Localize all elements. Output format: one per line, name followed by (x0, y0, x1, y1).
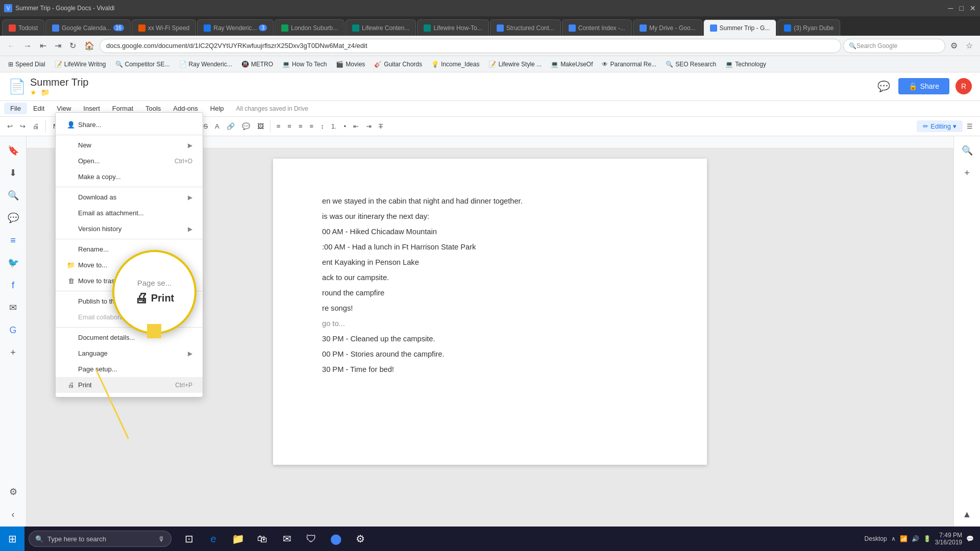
ul-btn[interactable]: • (340, 120, 349, 132)
tab-todoist[interactable]: Todoist (2, 19, 44, 36)
bookmark-technology[interactable]: 💻 Technology (721, 59, 770, 69)
tab-gcal[interactable]: Google Calenda... 16 (45, 19, 131, 36)
taskbar-chrome[interactable]: ⬤ (325, 528, 347, 550)
extensions-btn[interactable]: ⚙ (947, 39, 961, 53)
align-justify-btn[interactable]: ≡ (307, 120, 317, 132)
sidebar-bookmark-icon[interactable]: 🔖 (3, 140, 23, 161)
back-button[interactable]: ← (4, 39, 18, 53)
indent-more-btn[interactable]: ⇥ (363, 120, 375, 132)
redo-btn[interactable]: ↪ (17, 120, 29, 132)
bookmark-paranormal[interactable]: 👁 Paranormal Re... (598, 59, 660, 69)
tab-summer-trip[interactable]: Summer Trip - G... (703, 19, 777, 36)
comments-button[interactable]: 💬 (875, 78, 892, 94)
menu-language[interactable]: Language ▶ (56, 345, 203, 361)
reload-button[interactable]: ↻ (66, 39, 79, 53)
menu-edit[interactable]: Edit (27, 103, 51, 114)
bookmark-income[interactable]: 💡 Income_Ideas (427, 59, 483, 69)
forward-button[interactable]: → (20, 39, 35, 53)
taskbar-store[interactable]: 🛍 (251, 528, 274, 550)
menu-version[interactable]: Version history ▶ (56, 221, 203, 237)
tab-content-index[interactable]: Content Index -... (562, 19, 632, 36)
taskbar-search[interactable]: 🔍 Type here to search 🎙 (29, 531, 172, 547)
notification-icon[interactable]: 💬 (966, 535, 974, 542)
comment-btn[interactable]: 💬 (239, 120, 253, 132)
sidebar-collapse-icon[interactable]: ‹ (3, 504, 23, 524)
link-btn[interactable]: 🔗 (224, 120, 238, 132)
search-box[interactable]: 🔍 Search Google (843, 39, 945, 53)
sidebar-facebook-icon[interactable]: f (3, 275, 23, 295)
taskbar-taskview[interactable]: ⊡ (178, 528, 200, 550)
folder-icon[interactable]: 📁 (41, 88, 50, 96)
image-btn[interactable]: 🖼 (254, 120, 267, 132)
bookmark-btn[interactable]: ☆ (963, 39, 976, 53)
menu-file[interactable]: File (4, 103, 27, 114)
close-btn[interactable]: ✕ (970, 4, 976, 12)
sidebar-google-icon[interactable]: G (3, 320, 23, 340)
tab-lifewire2[interactable]: Lifewire How-To... (417, 19, 488, 36)
sidebar-add-icon[interactable]: + (3, 342, 23, 363)
tab-lifewire1[interactable]: Lifewire Conten... (346, 19, 416, 36)
taskbar-clock[interactable]: 7:49 PM 3/16/2019 (935, 532, 962, 546)
right-sidebar-addons-icon[interactable]: + (957, 163, 977, 183)
tab-london[interactable]: London Suburb... (275, 19, 345, 36)
menu-pagesetup[interactable]: Page setup... (56, 361, 203, 377)
home-button[interactable]: 🏠 (81, 39, 97, 53)
sidebar-settings-icon[interactable]: ⚙ (3, 482, 23, 502)
taskbar-edge[interactable]: e (202, 528, 225, 550)
bookmark-ray[interactable]: 📄 Ray Wenderic... (175, 59, 236, 69)
bookmark-competitor[interactable]: 🔍 Competitor SE... (111, 59, 174, 69)
menu-print[interactable]: 🖨 Print Ctrl+P (56, 377, 203, 393)
minimize-btn[interactable]: ─ (948, 4, 953, 12)
align-right-btn[interactable]: ≡ (296, 120, 306, 132)
taskbar-explorer[interactable]: 📁 (227, 528, 249, 550)
bookmark-guitarchords[interactable]: 🎸 Guitar Chords (370, 59, 426, 69)
line-spacing-btn[interactable]: ↕ (317, 120, 327, 132)
taskbar-network-icon[interactable]: 📶 (900, 535, 908, 542)
document-title[interactable]: Summer Trip (30, 77, 875, 88)
tab-facebook[interactable]: Ray Wenderic... 3 (197, 19, 274, 36)
document-page[interactable]: en we stayed in the cabin that night and… (273, 159, 707, 465)
tab-drive[interactable]: My Drive - Goo... (633, 19, 702, 36)
tab-structured[interactable]: Structured Cont... (490, 19, 561, 36)
nav-first[interactable]: ⇤ (37, 39, 50, 53)
menu-email[interactable]: Email as attachment... (56, 205, 203, 221)
align-center-btn[interactable]: ≡ (284, 120, 295, 132)
clear-format-btn[interactable]: T̶ (376, 120, 386, 132)
share-button[interactable]: 🔒 Share (898, 78, 949, 94)
maximize-btn[interactable]: □ (960, 4, 964, 12)
sidebar-download-icon[interactable]: ⬇ (3, 163, 23, 183)
tab-ryan[interactable]: (3) Ryan Dube (777, 19, 840, 36)
undo-btn[interactable]: ↩ (4, 120, 16, 132)
highlight-btn[interactable]: A (212, 120, 223, 132)
address-bar[interactable]: docs.google.com/document/d/1IC2Q2VYtUYRK… (100, 39, 841, 53)
tab-wifi[interactable]: xx Wi-Fi Speed (132, 19, 196, 36)
print-toolbar-btn[interactable]: 🖨 (30, 120, 42, 132)
taskbar-volume-icon[interactable]: 🔊 (912, 535, 919, 542)
sidebar-twitter-icon[interactable]: 🐦 (3, 253, 23, 273)
start-button[interactable]: ⊞ (0, 527, 24, 551)
align-left-btn[interactable]: ≡ (274, 120, 284, 132)
sidebar-search-icon[interactable]: 🔍 (3, 185, 23, 206)
sidebar-mail-icon[interactable]: ✉ (3, 297, 23, 318)
taskbar-battery-icon[interactable]: 🔋 (923, 535, 931, 542)
indent-less-btn[interactable]: ⇤ (350, 120, 362, 132)
menu-share[interactable]: 👤 Share... (56, 117, 203, 133)
bookmark-speeddial[interactable]: ⊞ Speed Dial (4, 59, 50, 69)
right-sidebar-up-icon[interactable]: ▲ (957, 504, 977, 524)
nav-last[interactable]: ⇥ (52, 39, 64, 53)
bookmark-howtotech[interactable]: 💻 How To Tech (278, 59, 331, 69)
user-avatar[interactable]: R (955, 78, 972, 94)
sidebar-toggle-btn[interactable]: ☰ (964, 120, 976, 132)
bookmark-lifewirewriting[interactable]: 📝 LifeWire Writng (51, 59, 110, 69)
menu-open[interactable]: Open... Ctrl+O (56, 153, 203, 169)
window-controls[interactable]: ─ □ ✕ (948, 4, 976, 12)
sidebar-nav-icon[interactable]: ≡ (3, 230, 23, 251)
right-sidebar-explore-icon[interactable]: 🔍 (957, 140, 977, 161)
ol-btn[interactable]: 1. (328, 120, 340, 132)
bookmark-makeuseof[interactable]: 💻 MakeUseOf (547, 59, 597, 69)
menu-download[interactable]: Download as ▶ (56, 189, 203, 205)
editing-badge[interactable]: ✏ Editing ▾ (917, 120, 963, 132)
bookmark-lifewirestyle[interactable]: 📝 Lifewire Style ... (484, 59, 546, 69)
menu-makecopy[interactable]: Make a copy... (56, 169, 203, 185)
sidebar-comments-icon[interactable]: 💬 (3, 208, 23, 228)
